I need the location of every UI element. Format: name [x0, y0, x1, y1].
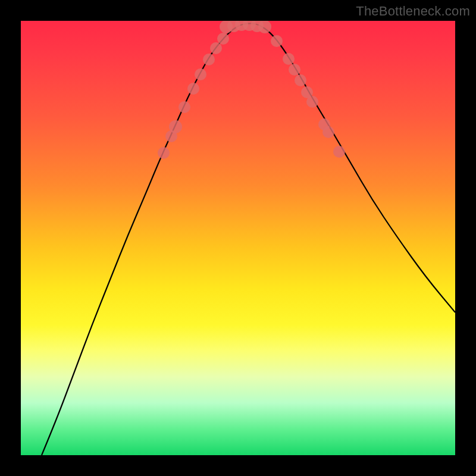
chart-container: TheBottleneck.com	[0, 0, 476, 476]
curve-marker	[158, 147, 170, 159]
curve-marker	[289, 64, 300, 76]
curve-marker	[187, 83, 199, 95]
markers-group	[158, 21, 345, 159]
curve-marker	[283, 53, 295, 65]
curve-marker	[271, 35, 283, 47]
curve-marker	[210, 42, 222, 54]
bottleneck-curve	[42, 24, 455, 456]
curve-marker	[258, 21, 271, 33]
curve-marker	[203, 54, 215, 65]
curve-svg	[21, 21, 455, 455]
curve-marker	[333, 146, 345, 158]
curve-marker	[169, 120, 182, 133]
curve-marker	[195, 68, 206, 80]
curve-marker	[306, 96, 318, 108]
curve-marker	[217, 33, 229, 45]
curve-marker	[178, 101, 190, 113]
watermark-label: TheBottleneck.com	[356, 4, 470, 19]
curve-marker	[295, 74, 306, 86]
curve-marker	[322, 126, 334, 138]
plot-area	[21, 21, 455, 455]
